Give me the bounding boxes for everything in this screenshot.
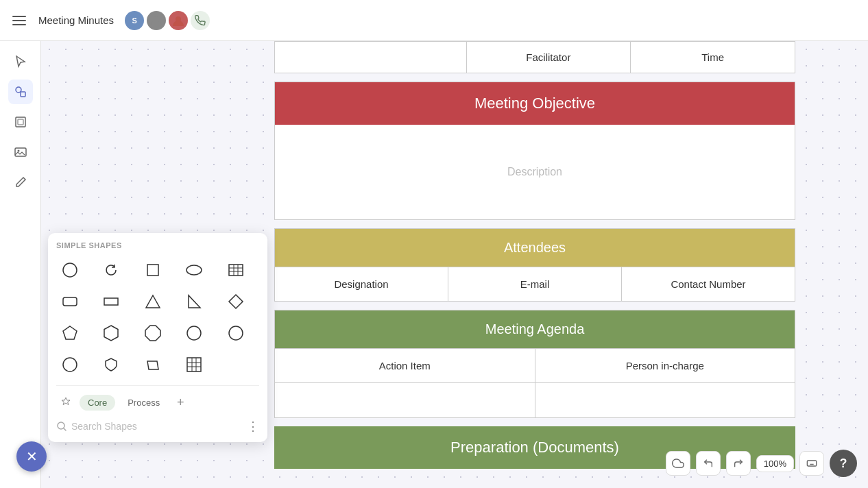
process-tab[interactable]: Process — [119, 395, 168, 411]
core-tab[interactable]: Core — [80, 395, 115, 411]
bottom-controls: 100% ? — [666, 450, 857, 477]
fab-close-button[interactable]: ✕ — [16, 441, 47, 472]
redo-button[interactable] — [726, 451, 751, 476]
zoom-level: 100% — [756, 455, 794, 472]
keyboard-button[interactable] — [799, 451, 824, 476]
svg-rect-2 — [12, 24, 26, 25]
shape-rounded-rect[interactable] — [56, 288, 84, 315]
shapes-grid-1 — [56, 256, 259, 378]
objective-section: Meeting Objective Description — [274, 82, 795, 220]
panel-tabs: Core Process + — [56, 385, 259, 412]
avatar-s: S — [125, 11, 144, 30]
attendees-contact: Contact Number — [622, 267, 795, 301]
close-icon: ✕ — [26, 448, 38, 465]
shape-circle2[interactable] — [180, 319, 208, 347]
shape-diamond[interactable] — [222, 288, 250, 315]
avatar-b — [147, 11, 166, 30]
section-label: SIMPLE SHAPES — [56, 241, 259, 249]
call-button[interactable] — [191, 11, 210, 30]
svg-rect-14 — [229, 265, 243, 276]
svg-rect-8 — [18, 119, 23, 125]
objective-body[interactable]: Description — [275, 125, 795, 219]
shape-empty — [222, 351, 250, 378]
shape-table[interactable] — [222, 256, 250, 284]
svg-rect-24 — [187, 358, 201, 371]
svg-point-10 — [17, 150, 19, 152]
objective-placeholder: Description — [507, 166, 562, 178]
header-facilitator: Facilitator — [467, 42, 631, 73]
objective-header: Meeting Objective — [275, 82, 795, 125]
help-button[interactable]: ? — [830, 450, 857, 477]
add-tab-button[interactable]: + — [172, 394, 189, 411]
help-icon: ? — [840, 456, 847, 471]
more-options-button[interactable]: ⋮ — [247, 419, 259, 434]
shape-pentagon[interactable] — [56, 319, 84, 347]
cursor-tool[interactable] — [8, 49, 33, 74]
header-time: Time — [631, 42, 795, 73]
shape-right-triangle[interactable] — [180, 288, 208, 315]
shape-circle[interactable] — [56, 256, 84, 284]
svg-point-21 — [187, 326, 201, 340]
svg-point-13 — [186, 265, 202, 275]
frame-tool[interactable] — [8, 110, 33, 134]
svg-rect-6 — [21, 92, 25, 97]
svg-rect-19 — [63, 297, 77, 306]
draw-tool[interactable] — [8, 170, 33, 195]
agenda-empty-row — [275, 382, 795, 417]
svg-point-11 — [63, 263, 77, 277]
svg-point-22 — [229, 326, 243, 340]
collaborators: S — [125, 11, 210, 30]
search-placeholder: Search Shapes — [71, 421, 137, 432]
svg-rect-0 — [12, 16, 26, 17]
svg-rect-12 — [147, 265, 158, 276]
shape-circle3[interactable] — [222, 319, 250, 347]
attendees-header: Attendees — [275, 229, 795, 267]
svg-rect-7 — [16, 117, 25, 127]
attendees-section: Attendees Designation E-mail Contact Num… — [274, 228, 795, 302]
left-sidebar — [0, 41, 41, 488]
shape-square[interactable] — [139, 256, 167, 284]
shape-parallelogram[interactable] — [139, 351, 167, 378]
shape-ellipse[interactable] — [180, 256, 208, 284]
shape-triangle[interactable] — [139, 288, 167, 315]
topbar: Meeting Minutes S — [0, 0, 868, 41]
agenda-section: Meeting Agenda Action Item Person in-cha… — [274, 310, 795, 418]
shape-circle4[interactable] — [56, 351, 84, 378]
attendees-cols: Designation E-mail Contact Number — [275, 267, 795, 301]
menu-button[interactable] — [8, 10, 30, 32]
agenda-empty-2 — [535, 383, 795, 417]
shape-grid[interactable] — [180, 351, 208, 378]
agenda-action: Action Item — [275, 349, 535, 382]
agenda-person: Person in-charge — [535, 349, 795, 382]
agenda-empty-1 — [275, 383, 535, 417]
panel-search: Search Shapes ⋮ — [56, 419, 259, 434]
shape-panel: SIMPLE SHAPES — [48, 233, 267, 442]
svg-rect-30 — [807, 461, 816, 466]
shape-rect[interactable] — [97, 288, 125, 315]
attendees-email: E-mail — [448, 267, 622, 301]
star-tab-icon[interactable] — [56, 393, 75, 412]
cloud-save-button[interactable] — [666, 451, 690, 476]
document-title: Meeting Minutes — [38, 14, 114, 26]
shapes-tool[interactable] — [8, 80, 33, 104]
image-tool[interactable] — [8, 140, 33, 164]
attendees-designation: Designation — [275, 267, 448, 301]
header-row: Facilitator Time — [274, 41, 795, 73]
agenda-header: Meeting Agenda — [275, 310, 795, 348]
svg-point-23 — [63, 358, 77, 371]
undo-button[interactable] — [696, 451, 721, 476]
shape-octagon[interactable] — [139, 319, 167, 347]
document-content: Facilitator Time Meeting Objective Descr… — [274, 41, 795, 469]
shape-refresh[interactable] — [97, 256, 125, 284]
avatar-r — [169, 11, 188, 30]
search-input-wrapper[interactable]: Search Shapes — [56, 421, 241, 432]
header-col1 — [275, 42, 467, 73]
svg-rect-1 — [12, 20, 26, 21]
shape-shield[interactable] — [97, 351, 125, 378]
canvas[interactable]: SIMPLE SHAPES — [41, 41, 868, 488]
svg-rect-20 — [104, 298, 118, 305]
shape-hexagon[interactable] — [97, 319, 125, 347]
agenda-cols: Action Item Person in-charge — [275, 348, 795, 382]
